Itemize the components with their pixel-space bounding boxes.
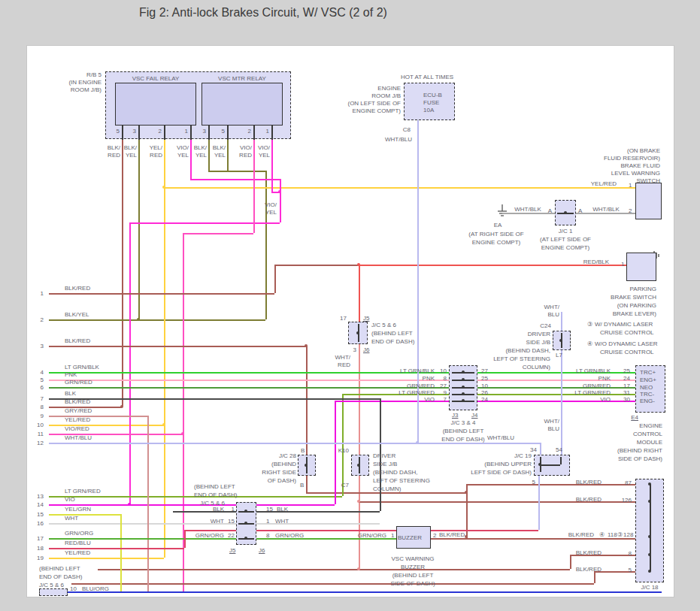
wire-label: TRC+ [640, 369, 656, 376]
wire-label: WHT/BLU [65, 434, 92, 441]
wire-label: J/C 18 [641, 584, 658, 591]
wire-label: 17 [623, 383, 630, 389]
wire-segment [49, 398, 380, 400]
junction-dot [462, 386, 465, 389]
wire-label: WHT/BLK [592, 206, 620, 213]
ground-ea-icon [496, 204, 508, 218]
wire-label: BLK/RED [65, 398, 90, 405]
wire-label: 1 [266, 128, 269, 135]
wire-label: RED/BLU [65, 540, 91, 546]
wire-label: END OF DASH) [441, 436, 484, 443]
wire-label: C8 [403, 126, 411, 133]
wire-label: WHT/BLK [514, 206, 541, 213]
wire-segment [49, 514, 120, 516]
wire-label: 1 [232, 506, 235, 513]
wire-label: COLUMN) [523, 364, 550, 371]
wire-label: SIDE OF DASH) [390, 580, 435, 587]
wire-segment [49, 504, 335, 506]
wire-label: LEFT OF STEERING [373, 477, 430, 484]
wire-segment [594, 571, 595, 583]
wire-label: 14 [37, 501, 44, 508]
wire-label: 1 [185, 128, 188, 135]
wire-segment [49, 293, 274, 295]
wire-segment [164, 126, 165, 140]
wire-label: SIDE J/B [526, 339, 550, 346]
wire-label: YEL [214, 152, 226, 159]
wire-label: 2 [41, 316, 44, 323]
wire-segment [271, 139, 273, 192]
wire-label: LT GRN/RED [65, 488, 101, 495]
junction-dot [648, 500, 651, 503]
wire-label: YEL/RED [591, 180, 617, 187]
wire-segment [120, 514, 122, 591]
wire-label: END OF DASH) [371, 338, 414, 345]
wire-label: GRN/ORG [65, 530, 93, 537]
wire-segment [49, 523, 236, 525]
junction-dot [648, 553, 651, 556]
wire-segment [271, 126, 273, 140]
wiring-diagram-page: Fig 2: Anti-lock Brakes Circuit, W/ VSC … [0, 0, 700, 611]
wire-segment [561, 350, 562, 455]
wire-label: VIO/ [240, 144, 252, 151]
wire-segment [138, 139, 140, 319]
wire-label: 5 [532, 479, 535, 485]
wire-label: LT GRN/RED [398, 389, 435, 396]
wire-label: BUZZER [401, 564, 425, 570]
wire-segment [208, 139, 210, 171]
wire-label: RED/BLK [583, 259, 609, 265]
junction-dot [462, 378, 465, 381]
wire-label: 10 [481, 383, 488, 389]
wire-label: BLK/RED [576, 479, 602, 485]
vsc-mtr-relay-box [202, 83, 283, 126]
wire-label: (ON LEFT SIDE OF [347, 100, 401, 107]
page-title: Fig 2: Anti-lock Brakes Circuit, W/ VSC … [139, 6, 387, 20]
wire-segment [540, 464, 560, 466]
wire-label: BRAKE SWITCH [611, 294, 656, 301]
wire-label: 9 [444, 389, 447, 396]
wire-label: WHT [211, 518, 224, 525]
wire-label: ROOM J/B [371, 92, 401, 99]
driver-jb-k10-box [351, 455, 369, 476]
wire-label: VIO [600, 396, 611, 403]
wire-label: J4 [471, 412, 477, 419]
wire-label: 8 [629, 550, 632, 557]
wire-label: VIO [65, 496, 75, 503]
wire-segment [208, 171, 265, 172]
wire-label: PNK [423, 375, 435, 382]
wire-label: VIO/ [177, 144, 189, 151]
wire-segment [208, 126, 210, 140]
wire-label: BLK/ [194, 144, 207, 151]
wire-label: J6 [259, 547, 265, 554]
buzzer-label: BUZZER [398, 534, 422, 541]
wire-label: YEL [265, 209, 277, 216]
wire-label: LEVEL WARNING [611, 170, 660, 177]
junction-dot [128, 503, 131, 506]
wire-label: FUSE [423, 99, 439, 106]
wire-label: R/B 5 [86, 71, 102, 78]
wire-label: GRN/ORG [358, 532, 386, 539]
wire-label: 15 [266, 506, 273, 513]
junction-dot [278, 190, 281, 193]
wire-segment [359, 265, 360, 322]
hot-at-all-times: HOT AT ALL TIMES [401, 74, 453, 80]
wire-label: 7 [444, 396, 447, 403]
wire-label: PARKING [630, 286, 656, 292]
junction-dot [462, 392, 465, 395]
wire-label: NEO [640, 384, 653, 391]
wire-label: 54 [556, 446, 562, 453]
wire-label: (ON BRAKE [627, 147, 660, 154]
wire-segment [650, 484, 651, 571]
brake-fluid-switch-box [635, 183, 662, 219]
junction-dot [356, 331, 359, 334]
junction-dot [120, 405, 123, 408]
wire-segment [561, 312, 562, 331]
junction-dot [162, 423, 165, 426]
wire-label: (BEHIND LEFT [194, 483, 235, 490]
wire-label: 10 [70, 585, 77, 592]
wire-label: ④ [599, 531, 605, 538]
wire-label: CRUISE CONTROL [600, 329, 654, 336]
wire-segment [253, 139, 255, 233]
wire-label: FLUID RESERVOIR) [604, 155, 660, 162]
ecm-caption: ENGINE [639, 422, 662, 429]
wire-label: W/O DYNAMIC LASER [595, 340, 658, 347]
